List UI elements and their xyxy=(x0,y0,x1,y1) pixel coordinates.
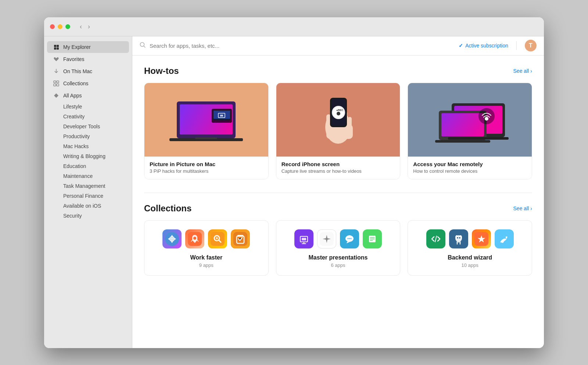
presentations-title: Master presentations xyxy=(309,254,368,261)
sidebar-item-my-explorer[interactable]: My Explorer xyxy=(47,41,129,53)
main-window: ‹ › My Explorer xyxy=(44,17,544,348)
subscription-badge[interactable]: ✓ Active subscription xyxy=(459,43,508,49)
chevron-right-icon-2: › xyxy=(530,205,532,211)
main-content: ✓ Active subscription T How-tos See all xyxy=(132,36,544,348)
sidebar-item-all-apps[interactable]: All Apps xyxy=(47,90,129,101)
svg-point-45 xyxy=(193,237,196,240)
user-avatar[interactable]: T xyxy=(525,40,537,51)
app-icon-chat xyxy=(340,229,359,248)
developer-tools-label: Developer Tools xyxy=(63,124,100,129)
howtos-title: How-tos xyxy=(144,66,179,76)
sidebar-item-developer-tools[interactable]: Developer Tools xyxy=(47,122,129,131)
svg-point-59 xyxy=(349,238,350,239)
howto-title-pip: Picture in Picture on Mac xyxy=(150,161,263,167)
traffic-lights xyxy=(50,24,70,29)
work-faster-icons xyxy=(162,229,250,248)
sidebar-item-writing-blogging[interactable]: Writing & Blogging xyxy=(47,151,129,161)
app-icon-elephant xyxy=(449,229,468,248)
backend-count: 10 apps xyxy=(462,262,478,268)
collections-cards: Work faster 9 apps xyxy=(144,220,532,276)
howto-card-remote[interactable]: Access your Mac remotely How to control … xyxy=(408,83,532,179)
back-button[interactable]: ‹ xyxy=(78,22,84,31)
svg-rect-39 xyxy=(448,137,509,140)
app-icon-rocket xyxy=(185,229,204,248)
presentations-count: 6 apps xyxy=(331,262,345,268)
app-icon-altserver xyxy=(162,229,182,248)
svg-rect-0 xyxy=(54,45,56,47)
favorites-icon xyxy=(53,56,60,62)
svg-text:●REC: ●REC xyxy=(336,109,343,111)
sidebar-item-available-ios[interactable]: Available on iOS xyxy=(47,201,129,211)
svg-point-60 xyxy=(350,238,351,239)
howtos-section: How-tos See all › xyxy=(144,66,532,179)
svg-point-48 xyxy=(216,237,218,239)
collection-card-presentations[interactable]: Master presentations 6 apps xyxy=(276,220,401,276)
svg-rect-6 xyxy=(54,84,56,86)
maximize-button[interactable] xyxy=(65,24,70,29)
sidebar-item-task-management[interactable]: Task Management xyxy=(47,181,129,191)
collections-header: Collections See all › xyxy=(144,203,532,214)
sidebar-item-security[interactable]: Security xyxy=(47,211,129,221)
collections-see-all[interactable]: See all › xyxy=(513,205,532,211)
writing-blogging-label: Writing & Blogging xyxy=(63,153,105,159)
maintenance-label: Maintenance xyxy=(63,173,93,179)
sidebar-item-favorites[interactable]: Favorites xyxy=(47,53,129,65)
my-explorer-icon xyxy=(53,44,60,50)
sidebar-item-personal-finance[interactable]: Personal Finance xyxy=(47,191,129,201)
howto-card-pip[interactable]: Picture in Picture on Mac 3 PiP hacks fo… xyxy=(144,83,269,179)
collection-card-backend[interactable]: Backend wizard 10 apps xyxy=(408,220,532,276)
svg-rect-19 xyxy=(195,137,217,139)
user-initial: T xyxy=(529,42,533,49)
divider xyxy=(516,41,517,50)
howto-thumb-remote xyxy=(408,83,532,157)
app-icon-bird xyxy=(495,229,514,248)
app-icon-code xyxy=(426,229,445,248)
minimize-button[interactable] xyxy=(58,24,62,29)
howtos-cards: Picture in Picture on Mac 3 PiP hacks fo… xyxy=(144,83,532,179)
app-body: My Explorer Favorites On This Mac xyxy=(44,36,544,348)
sidebar-item-lifestyle[interactable]: Lifestyle xyxy=(47,102,129,111)
security-label: Security xyxy=(63,213,82,219)
howto-desc-iphone: Capture live streams or how-to videos xyxy=(282,168,395,174)
forward-button[interactable]: › xyxy=(86,22,92,31)
svg-point-72 xyxy=(506,236,507,238)
app-icon-search xyxy=(208,229,227,248)
mac-hacks-label: Mac Hacks xyxy=(63,143,89,149)
howto-card-iphone[interactable]: ●REC Record iPhone screen Capture live s… xyxy=(276,83,401,179)
svg-rect-4 xyxy=(54,81,56,83)
app-icon-sparkle xyxy=(317,229,336,248)
work-faster-count: 9 apps xyxy=(199,262,214,268)
collections-icon xyxy=(53,80,60,87)
svg-rect-17 xyxy=(220,115,223,117)
app-icon-keynote-alt xyxy=(294,229,313,248)
all-apps-icon xyxy=(53,92,60,99)
app-icon-notes xyxy=(363,229,382,248)
titlebar: ‹ › xyxy=(44,17,544,36)
svg-point-69 xyxy=(459,237,460,239)
collection-card-work-faster[interactable]: Work faster 9 apps xyxy=(144,220,269,276)
sidebar-item-mac-hacks[interactable]: Mac Hacks xyxy=(47,142,129,151)
svg-rect-2 xyxy=(57,45,59,47)
sidebar-item-education[interactable]: Education xyxy=(47,161,129,171)
howto-info-iphone: Record iPhone screen Capture live stream… xyxy=(276,157,400,179)
collections-label: Collections xyxy=(63,80,88,86)
sidebar-item-on-this-mac[interactable]: On This Mac xyxy=(47,65,129,77)
sidebar-item-collections[interactable]: Collections xyxy=(47,78,129,89)
sidebar-item-productivity[interactable]: Productivity xyxy=(47,132,129,141)
search-input[interactable] xyxy=(150,43,455,49)
close-button[interactable] xyxy=(50,24,55,29)
svg-rect-54 xyxy=(302,238,306,240)
svg-rect-38 xyxy=(435,140,490,143)
svg-point-68 xyxy=(457,237,458,239)
svg-rect-7 xyxy=(57,84,59,86)
on-this-mac-icon xyxy=(53,68,60,75)
task-management-label: Task Management xyxy=(63,183,105,189)
howto-info-remote: Access your Mac remotely How to control … xyxy=(408,157,532,179)
howtos-see-all[interactable]: See all › xyxy=(513,68,532,74)
sidebar-item-creativity[interactable]: Creativity xyxy=(47,112,129,121)
work-faster-title: Work faster xyxy=(190,254,222,261)
subscription-check-icon: ✓ xyxy=(459,43,463,49)
sidebar-item-maintenance[interactable]: Maintenance xyxy=(47,171,129,181)
chevron-right-icon: › xyxy=(530,68,532,74)
available-ios-label: Available on iOS xyxy=(63,203,101,209)
